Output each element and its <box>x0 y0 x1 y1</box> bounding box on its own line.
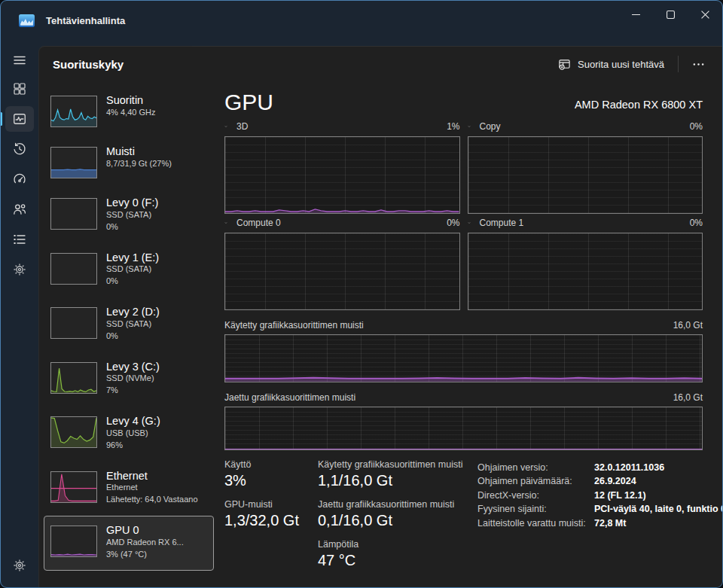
sidebar-item-detail: 0% <box>106 331 160 343</box>
disk4-thumbnail <box>50 416 97 448</box>
stat-value: 1,3/32,0 Gt <box>224 512 318 529</box>
sidebar-item-title: Levy 4 (G:) <box>106 415 160 428</box>
sidebar-item-title: Levy 2 (D:) <box>106 306 160 318</box>
chevron-down-icon <box>224 219 232 227</box>
rail-item-details[interactable] <box>5 227 34 252</box>
gpu0-thumbnail <box>50 526 97 557</box>
memory-chart-label: Jaettu grafiikkasuorittimen muisti <box>224 392 355 403</box>
detail-value: 26.9.2024 <box>594 474 636 489</box>
sidebar-item-detail: USB (USB) <box>106 428 160 440</box>
task-manager-window: Tehtävienhallinta Suorituskyky <box>0 0 723 588</box>
sidebar-item-title: Suoritin <box>106 94 155 107</box>
chart-compute1 <box>468 233 703 310</box>
sidebar-item-detail: 7% <box>106 385 160 397</box>
engine-usage-value: 0% <box>690 218 703 228</box>
stat-label: Lämpötila <box>318 539 477 550</box>
stat-value: 1,1/16,0 Gt <box>318 472 477 489</box>
users-icon <box>12 202 27 217</box>
sidebar-item-detail: 96% <box>106 440 160 452</box>
run-new-task-icon <box>558 58 571 71</box>
chevron-down-icon <box>224 123 232 130</box>
gpu-device-name: AMD Radeon RX 6800 XT <box>575 99 703 111</box>
sidebar-item-memory[interactable]: Muisti8,7/31,9 Gt (27%) <box>44 137 214 188</box>
detail-label: Laitteistolle varattu muisti: <box>477 516 594 531</box>
chart-shared-memory <box>224 407 703 450</box>
engine-chart-cell-compute0: Compute 00% <box>224 214 460 310</box>
details-icon <box>12 232 27 247</box>
sidebar-item-detail: Lähetetty: 64,0 Vastaano <box>106 494 198 506</box>
sidebar-item-detail: Ethernet <box>106 482 198 494</box>
window-controls <box>618 1 722 28</box>
detail-row: Laitteistolle varattu muisti:72,8 Mt <box>477 516 703 531</box>
minimize-button[interactable] <box>618 1 653 28</box>
detail-value: 72,8 Mt <box>594 516 626 531</box>
sidebar-item-detail: SSD (SATA) <box>106 318 160 331</box>
rail-item-startup[interactable] <box>5 166 34 192</box>
sidebar-item-disk3[interactable]: Levy 3 (C:)SSD (NVMe)7% <box>44 352 214 407</box>
menu-button[interactable] <box>5 47 34 73</box>
memory-thumbnail <box>50 147 97 178</box>
content-panel: Suorituskyky Suorita uusi tehtävä <box>38 46 722 587</box>
rail-item-processes[interactable] <box>5 76 34 102</box>
memory-chart-scale: 16,0 Gt <box>673 320 703 331</box>
run-new-task-button[interactable]: Suorita uusi tehtävä <box>551 53 672 76</box>
stat-label: Käyttö <box>224 459 318 470</box>
memory-chart-label: Käytetty grafiikkasuorittimen muisti <box>224 320 364 331</box>
window-title: Tehtävienhallinta <box>46 15 125 26</box>
detail-value: 12 (FL 12.1) <box>594 489 646 503</box>
sidebar-item-detail: 4% 4,40 GHz <box>106 107 155 119</box>
sidebar-item-gpu0[interactable]: GPU 0AMD Radeon RX 6...3% (47 °C) <box>44 516 214 571</box>
stat-value: 0,1/16,0 Gt <box>318 512 477 529</box>
settings-button[interactable] <box>5 553 34 578</box>
sidebar-item-disk4[interactable]: Levy 4 (G:)USB (USB)96% <box>44 407 214 462</box>
nav-rail <box>1 40 38 587</box>
processes-icon <box>12 81 27 96</box>
gpu-driver-details: Ohjaimen versio:32.0.12011.1036Ohjaimen … <box>477 459 703 579</box>
rail-item-performance[interactable] <box>5 106 34 132</box>
gpu-panel: GPU AMD Radeon RX 6800 XT 3D1%Copy0%Comp… <box>214 81 722 587</box>
sidebar-item-title: Ethernet <box>106 470 198 483</box>
detail-row: Ohjaimen versio:32.0.12011.1036 <box>477 461 703 475</box>
stat-label: Käytetty grafiikkasuorittimen muisti <box>318 459 477 470</box>
detail-label: Fyysinen sijainti: <box>477 502 594 516</box>
stat-value: 47 °C <box>318 552 477 569</box>
sidebar-item-detail: 0% <box>106 276 159 288</box>
chevron-down-icon <box>468 123 475 130</box>
sidebar-item-disk0[interactable]: Levy 0 (F:)SSD (SATA)0% <box>44 188 214 243</box>
detail-row: DirectX-versio:12 (FL 12.1) <box>477 489 703 503</box>
sidebar-item-disk2[interactable]: Levy 2 (D:)SSD (SATA)0% <box>44 297 214 352</box>
sidebar-item-cpu[interactable]: Suoritin4% 4,40 GHz <box>44 86 214 137</box>
detail-value: 32.0.12011.1036 <box>594 461 664 475</box>
maximize-button[interactable] <box>653 1 688 28</box>
chart-copy <box>468 136 703 214</box>
run-new-task-label: Suorita uusi tehtävä <box>578 59 664 70</box>
chart-dedicated-memory <box>224 334 703 382</box>
engine-chart-cell-copy: Copy0% <box>468 117 703 214</box>
sidebar-item-detail: SSD (SATA) <box>106 209 158 221</box>
header-separator <box>678 56 679 72</box>
page-title: Suorituskyky <box>53 58 124 71</box>
detail-label: Ohjaimen päivämäärä: <box>477 474 594 489</box>
sidebar-item-title: GPU 0 <box>106 524 184 537</box>
sidebar-item-disk1[interactable]: Levy 1 (E:)SSD (SATA)0% <box>44 243 214 298</box>
memory-chart-scale: 16,0 Gt <box>673 392 703 403</box>
gpu-title: GPU <box>224 90 273 114</box>
rail-item-users[interactable] <box>5 197 34 222</box>
services-icon <box>12 262 27 277</box>
rail-item-history[interactable] <box>5 136 34 162</box>
stat-label: Jaettu grafiikkasuorittimen muisti <box>318 499 477 510</box>
disk3-thumbnail <box>50 362 97 394</box>
startup-icon <box>12 172 27 187</box>
sidebar-item-title: Levy 3 (C:) <box>106 361 160 373</box>
history-icon <box>12 142 27 157</box>
disk1-thumbnail <box>50 253 97 285</box>
close-button[interactable] <box>688 1 722 28</box>
performance-icon <box>12 111 27 126</box>
sidebar-item-title: Levy 1 (E:) <box>106 251 159 264</box>
sidebar-item-ethernet[interactable]: EthernetEthernetLähetetty: 64,0 Vastaano <box>44 462 214 516</box>
chevron-down-icon <box>468 219 475 227</box>
more-options-button[interactable] <box>685 53 712 75</box>
rail-item-services[interactable] <box>5 257 34 282</box>
detail-row: Ohjaimen päivämäärä:26.9.2024 <box>477 474 703 489</box>
engine-usage-value: 0% <box>690 121 703 132</box>
